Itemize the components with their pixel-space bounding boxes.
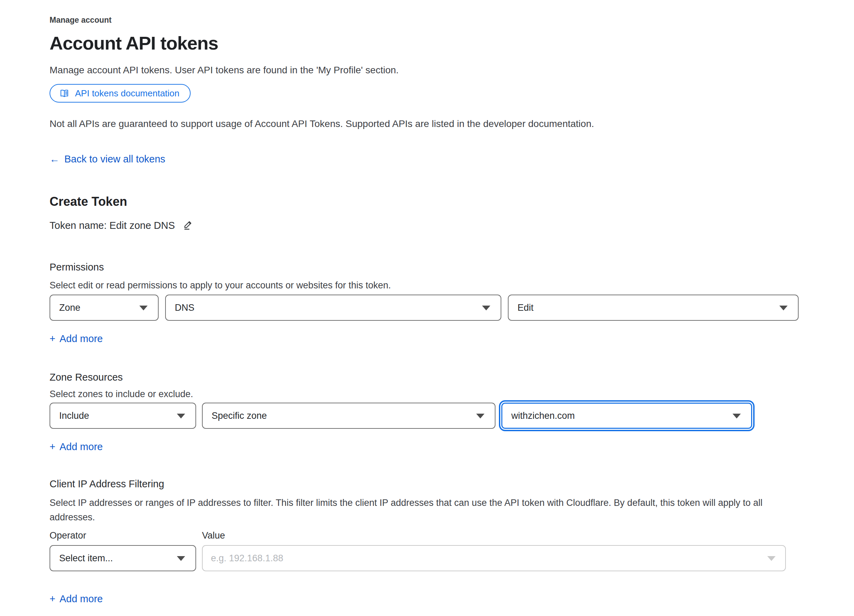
zone-scope-type-select[interactable]: Specific zone xyxy=(202,403,496,429)
back-to-tokens-link[interactable]: ← Back to view all tokens xyxy=(50,153,165,165)
page-subtitle: Manage account API tokens. User API toke… xyxy=(50,64,804,76)
zone-name-value: withzichen.com xyxy=(511,410,575,421)
ip-filter-labels-row: Operator Value xyxy=(50,530,804,541)
zone-resources-heading: Zone Resources xyxy=(50,371,804,383)
create-token-heading: Create Token xyxy=(50,194,804,209)
permissions-description: Select edit or read permissions to apply… xyxy=(50,279,804,291)
page: Manage account Account API tokens Manage… xyxy=(0,0,854,605)
chevron-down-icon xyxy=(779,306,788,310)
plus-icon: + xyxy=(50,332,55,345)
chevron-down-icon xyxy=(177,414,185,418)
client-ip-filtering-heading: Client IP Address Filtering xyxy=(50,478,804,490)
operator-label: Operator xyxy=(50,530,196,541)
left-arrow-icon: ← xyxy=(50,153,59,165)
api-tokens-documentation-button[interactable]: API tokens documentation xyxy=(50,84,191,102)
plus-icon: + xyxy=(50,441,55,453)
chevron-down-icon xyxy=(139,306,148,310)
permissions-heading: Permissions xyxy=(50,261,804,273)
page-title: Account API tokens xyxy=(50,32,804,54)
zone-include-exclude-select[interactable]: Include xyxy=(50,403,196,429)
permissions-row: Zone DNS Edit xyxy=(50,294,804,321)
value-label: Value xyxy=(202,530,225,541)
client-ip-filtering-description: Select IP addresses or ranges of IP addr… xyxy=(50,496,804,525)
permission-scope-value: Zone xyxy=(59,302,81,313)
zone-include-exclude-value: Include xyxy=(59,410,89,421)
zone-resources-add-more-link[interactable]: + Add more xyxy=(50,441,103,453)
permission-level-value: Edit xyxy=(517,302,534,313)
operator-select-value: Select item... xyxy=(59,553,113,564)
zone-resources-description: Select zones to include or exclude. xyxy=(50,388,804,400)
zone-scope-type-value: Specific zone xyxy=(212,410,267,421)
pencil-icon xyxy=(182,220,194,232)
edit-token-name-button[interactable] xyxy=(182,220,194,232)
token-name-row: Token name: Edit zone DNS xyxy=(50,219,804,232)
add-more-label: Add more xyxy=(59,332,103,345)
add-more-label: Add more xyxy=(59,441,103,453)
operator-select[interactable]: Select item... xyxy=(50,545,196,571)
chevron-down-icon xyxy=(177,556,185,561)
ip-filter-row: Select item... xyxy=(50,545,804,571)
permission-group-select[interactable]: DNS xyxy=(165,294,501,321)
permissions-add-more-link[interactable]: + Add more xyxy=(50,332,103,345)
api-support-note: Not all APIs are guaranteed to support u… xyxy=(50,118,804,130)
plus-icon: + xyxy=(50,593,55,605)
book-open-icon xyxy=(59,88,70,98)
add-more-label: Add more xyxy=(59,593,103,605)
zone-name-select[interactable]: withzichen.com xyxy=(501,403,752,429)
zone-resources-row: Include Specific zone withzichen.com xyxy=(50,403,804,429)
chevron-down-icon xyxy=(476,414,485,418)
permission-scope-select[interactable]: Zone xyxy=(50,294,159,321)
breadcrumb: Manage account xyxy=(50,15,804,25)
chevron-down-icon xyxy=(482,306,490,310)
permission-level-select[interactable]: Edit xyxy=(508,294,799,321)
permission-group-value: DNS xyxy=(175,302,194,313)
token-name-label: Token name: Edit zone DNS xyxy=(50,219,175,232)
ip-value-field-wrap xyxy=(202,545,786,571)
ip-filter-add-more-link[interactable]: + Add more xyxy=(50,593,103,605)
ip-value-input[interactable] xyxy=(202,545,786,571)
back-link-label: Back to view all tokens xyxy=(64,153,165,165)
docs-button-label: API tokens documentation xyxy=(75,88,180,99)
chevron-down-icon xyxy=(732,414,741,418)
